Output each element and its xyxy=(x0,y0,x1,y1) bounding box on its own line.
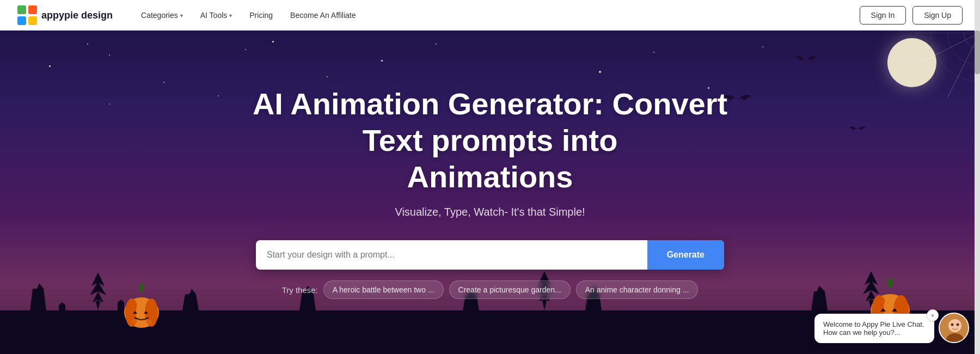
bat-decoration-3 xyxy=(849,125,866,136)
chat-bubble: × Welcome to Appy Pie Live Chat. How can… xyxy=(814,314,934,343)
svg-rect-0 xyxy=(17,5,26,14)
nav-categories[interactable]: Categories ▾ xyxy=(134,7,189,24)
svg-rect-12 xyxy=(139,284,144,292)
hero-subtitle: Visualize, Type, Watch- It's that Simple… xyxy=(395,206,585,218)
chat-message: Welcome to Appy Pie Live Chat. How can w… xyxy=(823,320,924,337)
chat-widget: × Welcome to Appy Pie Live Chat. How can… xyxy=(814,313,969,343)
try-chip-3[interactable]: An anime character donning ... xyxy=(576,280,699,299)
logo[interactable]: appypie design xyxy=(17,5,113,25)
svg-point-17 xyxy=(131,319,152,325)
nav-affiliate[interactable]: Become An Affiliate xyxy=(284,7,362,24)
navbar: appypie design Categories ▾ AI Tools ▾ P… xyxy=(0,0,980,30)
nav-ai-tools[interactable]: AI Tools ▾ xyxy=(194,7,239,24)
bat-decoration xyxy=(795,54,817,68)
nav-links: Categories ▾ AI Tools ▾ Pricing Become A… xyxy=(134,7,860,24)
scrollbar[interactable] xyxy=(975,0,980,354)
svg-rect-2 xyxy=(17,16,26,25)
signin-button[interactable]: Sign In xyxy=(860,6,906,25)
svg-rect-1 xyxy=(28,5,37,14)
search-bar: Generate xyxy=(256,240,724,270)
chat-close-button[interactable]: × xyxy=(927,309,939,321)
svg-point-27 xyxy=(951,324,954,326)
chat-avatar[interactable] xyxy=(939,313,969,343)
spiderweb-decoration xyxy=(915,33,980,98)
logo-icon xyxy=(17,5,37,25)
hero-title: AI Animation Generator: Convert Text pro… xyxy=(245,86,735,196)
pumpkin-left xyxy=(120,281,163,332)
svg-point-25 xyxy=(948,319,961,332)
svg-line-5 xyxy=(915,33,980,65)
chevron-down-icon: ▾ xyxy=(180,13,183,19)
svg-rect-18 xyxy=(887,278,892,287)
try-these-label: Try these: xyxy=(282,285,318,295)
signup-button[interactable]: Sign Up xyxy=(912,6,963,25)
scrollbar-thumb[interactable] xyxy=(975,30,980,74)
nav-pricing[interactable]: Pricing xyxy=(243,7,279,24)
svg-point-28 xyxy=(957,324,959,326)
try-chip-1[interactable]: A heroic battle between two ... xyxy=(323,280,444,299)
generate-button[interactable]: Generate xyxy=(647,240,724,270)
hero-content: AI Animation Generator: Convert Text pro… xyxy=(245,86,735,300)
hero-section: AI Animation Generator: Convert Text pro… xyxy=(0,0,980,354)
svg-point-10 xyxy=(931,33,980,82)
nav-actions: Sign In Sign Up xyxy=(860,6,963,25)
try-these-section: Try these: A heroic battle between two .… xyxy=(282,280,699,299)
logo-text: appypie design xyxy=(41,10,113,21)
chevron-down-icon: ▾ xyxy=(229,13,232,19)
svg-rect-3 xyxy=(28,16,37,25)
try-chip-2[interactable]: Create a picturesque garden... xyxy=(449,280,571,299)
prompt-input[interactable] xyxy=(256,240,647,270)
